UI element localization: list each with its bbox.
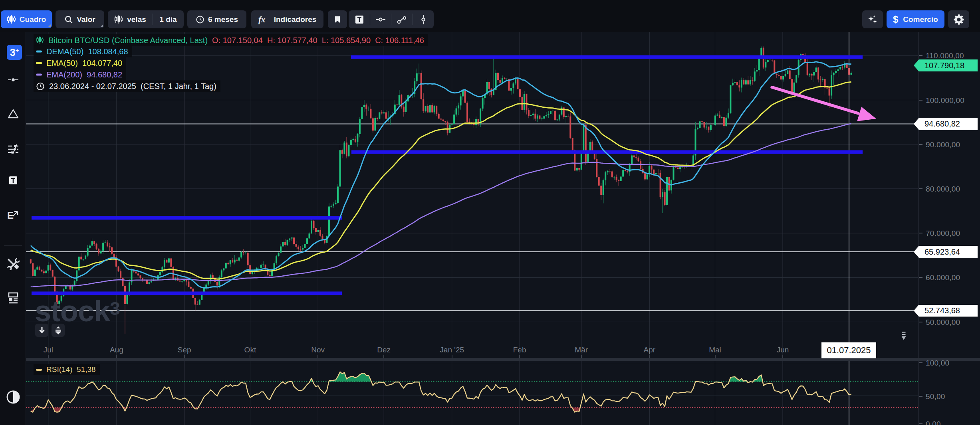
svg-text:$: $ bbox=[893, 14, 899, 25]
svg-text:E: E bbox=[7, 210, 14, 221]
svg-text:fx: fx bbox=[258, 15, 266, 24]
